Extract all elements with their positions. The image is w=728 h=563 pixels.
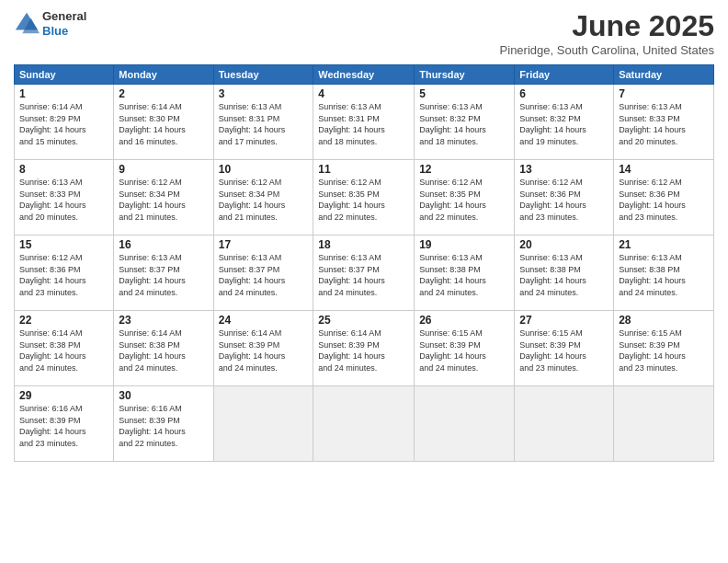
day-info: Sunrise: 6:16 AMSunset: 8:39 PMDaylight:… [119, 403, 208, 449]
calendar-cell: 10 Sunrise: 6:12 AMSunset: 8:34 PMDaylig… [213, 160, 313, 236]
calendar-cell: 5 Sunrise: 6:13 AMSunset: 8:32 PMDayligh… [415, 85, 515, 160]
calendar-cell: 27 Sunrise: 6:15 AMSunset: 8:39 PMDaylig… [515, 311, 614, 386]
day-number: 29 [19, 389, 108, 402]
day-number: 6 [519, 87, 609, 100]
day-number: 13 [519, 163, 609, 176]
calendar-header-row: Sunday Monday Tuesday Wednesday Thursday… [15, 65, 714, 85]
day-number: 28 [619, 314, 709, 327]
calendar-cell [213, 386, 313, 462]
day-info: Sunrise: 6:13 AMSunset: 8:33 PMDaylight:… [619, 101, 709, 147]
day-info: Sunrise: 6:13 AMSunset: 8:37 PMDaylight:… [219, 252, 309, 298]
day-number: 22 [19, 314, 108, 327]
calendar-cell: 16 Sunrise: 6:13 AMSunset: 8:37 PMDaylig… [114, 236, 213, 311]
calendar-cell: 12 Sunrise: 6:12 AMSunset: 8:35 PMDaylig… [415, 160, 515, 236]
day-number: 27 [519, 314, 609, 327]
calendar-cell: 29 Sunrise: 6:16 AMSunset: 8:39 PMDaylig… [15, 386, 114, 462]
calendar-cell: 1 Sunrise: 6:14 AMSunset: 8:29 PMDayligh… [15, 85, 114, 160]
day-number: 26 [419, 314, 509, 327]
day-info: Sunrise: 6:12 AMSunset: 8:35 PMDaylight:… [419, 177, 509, 223]
day-number: 17 [219, 238, 309, 251]
col-thursday: Thursday [415, 65, 515, 85]
day-number: 16 [119, 238, 208, 251]
day-number: 8 [19, 163, 108, 176]
day-number: 7 [619, 87, 709, 100]
day-number: 11 [318, 163, 409, 176]
col-friday: Friday [515, 65, 614, 85]
day-info: Sunrise: 6:13 AMSunset: 8:31 PMDaylight:… [318, 101, 409, 147]
calendar-cell: 17 Sunrise: 6:13 AMSunset: 8:37 PMDaylig… [213, 236, 313, 311]
day-info: Sunrise: 6:13 AMSunset: 8:31 PMDaylight:… [219, 101, 309, 147]
calendar-table: Sunday Monday Tuesday Wednesday Thursday… [14, 64, 714, 462]
calendar-cell: 18 Sunrise: 6:13 AMSunset: 8:37 PMDaylig… [313, 236, 415, 311]
day-number: 20 [519, 238, 609, 251]
col-wednesday: Wednesday [313, 65, 415, 85]
week-row-2: 8 Sunrise: 6:13 AMSunset: 8:33 PMDayligh… [15, 160, 714, 236]
day-info: Sunrise: 6:12 AMSunset: 8:36 PMDaylight:… [619, 177, 709, 223]
logo-text: General Blue [42, 9, 86, 38]
day-number: 3 [219, 87, 309, 100]
calendar-cell: 20 Sunrise: 6:13 AMSunset: 8:38 PMDaylig… [515, 236, 614, 311]
day-info: Sunrise: 6:13 AMSunset: 8:38 PMDaylight:… [619, 252, 709, 298]
calendar-cell: 30 Sunrise: 6:16 AMSunset: 8:39 PMDaylig… [114, 386, 213, 462]
day-number: 5 [419, 87, 509, 100]
col-sunday: Sunday [15, 65, 114, 85]
week-row-1: 1 Sunrise: 6:14 AMSunset: 8:29 PMDayligh… [15, 85, 714, 160]
calendar-cell: 9 Sunrise: 6:12 AMSunset: 8:34 PMDayligh… [114, 160, 213, 236]
day-number: 18 [318, 238, 409, 251]
day-number: 19 [419, 238, 509, 251]
calendar-cell: 19 Sunrise: 6:13 AMSunset: 8:38 PMDaylig… [415, 236, 515, 311]
week-row-5: 29 Sunrise: 6:16 AMSunset: 8:39 PMDaylig… [15, 386, 714, 462]
calendar-cell [415, 386, 515, 462]
calendar-cell: 2 Sunrise: 6:14 AMSunset: 8:30 PMDayligh… [114, 85, 213, 160]
calendar-cell: 21 Sunrise: 6:13 AMSunset: 8:38 PMDaylig… [614, 236, 714, 311]
day-info: Sunrise: 6:12 AMSunset: 8:35 PMDaylight:… [318, 177, 409, 223]
day-info: Sunrise: 6:13 AMSunset: 8:33 PMDaylight:… [19, 177, 108, 223]
day-number: 30 [119, 389, 208, 402]
day-info: Sunrise: 6:13 AMSunset: 8:32 PMDaylight:… [419, 101, 509, 147]
day-info: Sunrise: 6:13 AMSunset: 8:38 PMDaylight:… [519, 252, 609, 298]
calendar-cell [313, 386, 415, 462]
col-saturday: Saturday [614, 65, 714, 85]
day-info: Sunrise: 6:12 AMSunset: 8:36 PMDaylight:… [519, 177, 609, 223]
calendar-cell: 24 Sunrise: 6:14 AMSunset: 8:39 PMDaylig… [213, 311, 313, 386]
calendar-cell: 13 Sunrise: 6:12 AMSunset: 8:36 PMDaylig… [515, 160, 614, 236]
day-number: 21 [619, 238, 709, 251]
day-info: Sunrise: 6:14 AMSunset: 8:29 PMDaylight:… [19, 101, 108, 147]
calendar-cell: 25 Sunrise: 6:14 AMSunset: 8:39 PMDaylig… [313, 311, 415, 386]
day-info: Sunrise: 6:15 AMSunset: 8:39 PMDaylight:… [619, 327, 709, 373]
day-info: Sunrise: 6:14 AMSunset: 8:38 PMDaylight:… [19, 327, 108, 373]
col-tuesday: Tuesday [213, 65, 313, 85]
day-info: Sunrise: 6:14 AMSunset: 8:38 PMDaylight:… [119, 327, 208, 373]
day-info: Sunrise: 6:12 AMSunset: 8:34 PMDaylight:… [119, 177, 208, 223]
calendar-cell: 3 Sunrise: 6:13 AMSunset: 8:31 PMDayligh… [213, 85, 313, 160]
calendar-cell: 14 Sunrise: 6:12 AMSunset: 8:36 PMDaylig… [614, 160, 714, 236]
day-number: 23 [119, 314, 208, 327]
week-row-3: 15 Sunrise: 6:12 AMSunset: 8:36 PMDaylig… [15, 236, 714, 311]
day-info: Sunrise: 6:13 AMSunset: 8:38 PMDaylight:… [419, 252, 509, 298]
day-info: Sunrise: 6:12 AMSunset: 8:34 PMDaylight:… [219, 177, 309, 223]
title-block: June 2025 Pineridge, South Carolina, Uni… [500, 9, 714, 57]
day-number: 1 [19, 87, 108, 100]
location: Pineridge, South Carolina, United States [500, 43, 714, 57]
week-row-4: 22 Sunrise: 6:14 AMSunset: 8:38 PMDaylig… [15, 311, 714, 386]
day-info: Sunrise: 6:16 AMSunset: 8:39 PMDaylight:… [19, 403, 108, 449]
day-info: Sunrise: 6:14 AMSunset: 8:39 PMDaylight:… [318, 327, 409, 373]
day-info: Sunrise: 6:13 AMSunset: 8:37 PMDaylight:… [318, 252, 409, 298]
day-number: 12 [419, 163, 509, 176]
header: General Blue June 2025 Pineridge, South … [14, 9, 714, 57]
calendar-cell: 15 Sunrise: 6:12 AMSunset: 8:36 PMDaylig… [15, 236, 114, 311]
day-number: 14 [619, 163, 709, 176]
col-monday: Monday [114, 65, 213, 85]
logo-general-text: General [42, 9, 86, 23]
day-info: Sunrise: 6:13 AMSunset: 8:37 PMDaylight:… [119, 252, 208, 298]
calendar-cell: 8 Sunrise: 6:13 AMSunset: 8:33 PMDayligh… [15, 160, 114, 236]
day-number: 10 [219, 163, 309, 176]
day-info: Sunrise: 6:15 AMSunset: 8:39 PMDaylight:… [419, 327, 509, 373]
day-info: Sunrise: 6:12 AMSunset: 8:36 PMDaylight:… [19, 252, 108, 298]
calendar-cell: 26 Sunrise: 6:15 AMSunset: 8:39 PMDaylig… [415, 311, 515, 386]
day-number: 15 [19, 238, 108, 251]
day-info: Sunrise: 6:13 AMSunset: 8:32 PMDaylight:… [519, 101, 609, 147]
day-number: 4 [318, 87, 409, 100]
calendar-cell: 23 Sunrise: 6:14 AMSunset: 8:38 PMDaylig… [114, 311, 213, 386]
day-number: 9 [119, 163, 208, 176]
